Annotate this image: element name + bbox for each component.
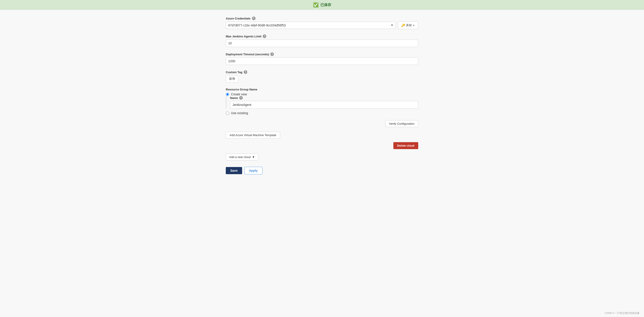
custom-tag-group: Custom Tag ? 新增 <box>226 70 418 82</box>
resource-group-radio-group: Create new Name ? Use existing <box>226 93 418 115</box>
add-cloud-caret: ▼ <box>252 155 255 159</box>
create-new-subgroup: Name ? <box>226 96 418 109</box>
custom-tag-label-text: Custom Tag <box>226 71 242 74</box>
resource-group-group: Resource Group Name Create new Name ? <box>226 88 418 115</box>
deployment-timeout-label-text: Deployment Timeout (seconds) <box>226 53 269 56</box>
add-cloud-label: Add a new cloud <box>229 155 250 159</box>
delete-cloud-label: Delete cloud <box>397 144 414 147</box>
main-content: Azure Credentials ? 67d7d077-c1bc-4def-8… <box>221 10 423 188</box>
key-icon: 🔑 <box>401 24 405 27</box>
deployment-timeout-help-icon[interactable]: ? <box>270 52 274 56</box>
credentials-row: 67d7d077-c1bc-4def-80d8-9cc034d56f53 🔑 添… <box>226 22 418 29</box>
verify-config-row: Verify Configuration <box>226 120 418 127</box>
create-new-option: Create new Name ? <box>226 93 418 109</box>
add-credentials-button[interactable]: 🔑 添加 ▼ <box>398 22 418 29</box>
azure-credentials-label: Azure Credentials ? <box>226 17 418 20</box>
verify-button-label: Verify Configuration <box>389 122 414 125</box>
custom-tag-help-icon[interactable]: ? <box>244 70 247 74</box>
create-new-label: Create new <box>231 93 247 96</box>
apply-button[interactable]: Apply <box>244 167 262 174</box>
add-cloud-row: Add a new cloud ▼ <box>226 154 418 167</box>
action-buttons: Save Apply <box>226 167 418 174</box>
save-label: Save <box>230 169 238 172</box>
add-vm-template-button[interactable]: Add Azure Virtual Machine Template <box>226 132 280 139</box>
max-agents-label-text: Max Jenkins Agents Limit <box>226 35 261 38</box>
delete-cloud-row: Delete cloud <box>226 142 418 149</box>
max-agents-input[interactable] <box>226 39 418 47</box>
resource-group-label-text: Resource Group Name <box>226 88 257 91</box>
use-existing-radio-label[interactable]: Use existing <box>226 111 418 115</box>
caret-icon: ▼ <box>413 24 415 27</box>
custom-tag-label: Custom Tag ? <box>226 70 418 74</box>
azure-credentials-group: Azure Credentials ? 67d7d077-c1bc-4def-8… <box>226 17 418 29</box>
use-existing-label: Use existing <box>231 111 248 115</box>
name-sublabel-text: Name <box>230 96 238 100</box>
check-icon: ✅ <box>313 2 319 8</box>
verify-configuration-button[interactable]: Verify Configuration <box>385 120 418 127</box>
credentials-select[interactable]: 67d7d077-c1bc-4def-80d8-9cc034d56f53 <box>226 22 396 29</box>
use-existing-radio[interactable] <box>226 112 229 115</box>
resource-group-name-input[interactable] <box>230 101 418 109</box>
saved-banner: ✅ 已保存 <box>0 0 644 10</box>
max-agents-help-icon[interactable]: ? <box>263 35 266 38</box>
saved-text: 已保存 <box>320 3 331 8</box>
deployment-timeout-input[interactable] <box>226 57 418 65</box>
add-button-label: 添加 <box>406 23 412 27</box>
create-new-radio-label[interactable]: Create new <box>226 93 418 96</box>
azure-credentials-help-icon[interactable]: ? <box>252 17 256 20</box>
name-help-icon[interactable]: ? <box>239 96 243 100</box>
custom-tag-new-button[interactable]: 新增 <box>226 75 238 82</box>
max-agents-group: Max Jenkins Agents Limit ? <box>226 35 418 47</box>
create-new-radio[interactable] <box>226 93 229 96</box>
new-button-label: 新增 <box>229 77 235 81</box>
max-agents-label: Max Jenkins Agents Limit ? <box>226 35 418 38</box>
resource-group-label: Resource Group Name <box>226 88 418 91</box>
add-vm-template-label: Add Azure Virtual Machine Template <box>230 133 276 137</box>
save-button[interactable]: Save <box>226 167 242 174</box>
add-new-cloud-button[interactable]: Add a new cloud ▼ <box>226 154 258 161</box>
deployment-timeout-group: Deployment Timeout (seconds) ? <box>226 52 418 65</box>
azure-credentials-label-text: Azure Credentials <box>226 17 250 20</box>
deployment-timeout-label: Deployment Timeout (seconds) ? <box>226 52 418 56</box>
name-sublabel: Name ? <box>230 96 418 100</box>
apply-label: Apply <box>249 169 258 172</box>
delete-cloud-button[interactable]: Delete cloud <box>394 142 418 149</box>
add-template-row: Add Azure Virtual Machine Template <box>226 132 418 142</box>
